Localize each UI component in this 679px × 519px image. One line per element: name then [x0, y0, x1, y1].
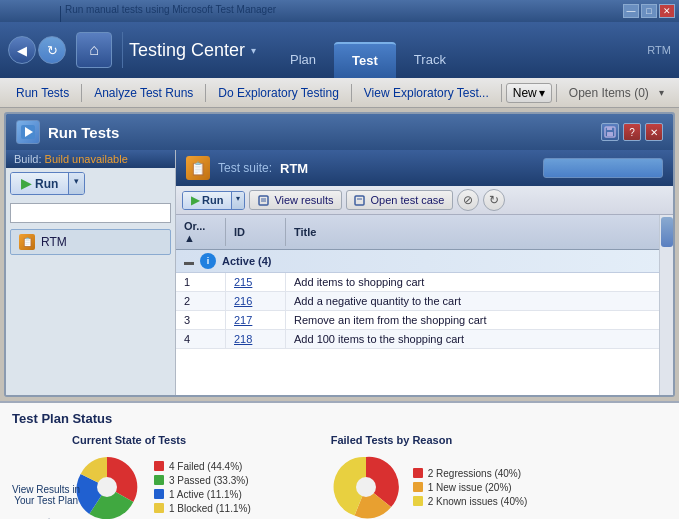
table-header: Or... ▲ ID Title [176, 215, 673, 250]
open-test-icon [354, 193, 368, 207]
maximize-btn[interactable]: □ [641, 4, 657, 18]
panel-icon [16, 120, 40, 144]
exploratory-btn[interactable]: Do Exploratory Testing [210, 83, 347, 103]
svg-rect-3 [607, 132, 613, 136]
suite-header: 📋 Test suite: RTM [176, 150, 673, 186]
failed-reason-pie [331, 452, 401, 519]
run-main-btn[interactable]: ▶ Run [11, 173, 68, 194]
col-id-label: ID [234, 226, 245, 238]
table-row[interactable]: 3 217 Remove an item from the shopping c… [176, 311, 673, 330]
panel-header: Run Tests ? ✕ [6, 114, 673, 150]
new-label: New [513, 86, 537, 100]
analyze-runs-btn[interactable]: Analyze Test Runs [86, 83, 201, 103]
callout-arrow: → [12, 510, 80, 519]
col-order-label: Or... ▲ [184, 220, 217, 244]
open-test-case-btn[interactable]: Open test case [346, 190, 453, 210]
active-group-label: Active (4) [222, 255, 272, 267]
failed-reason-legend: 2 Regressions (40%)1 New issue (20%)2 Kn… [413, 468, 528, 507]
col-id[interactable]: ID [226, 218, 286, 246]
sep1 [81, 84, 82, 102]
suite-search[interactable] [543, 158, 663, 178]
tree-item-rtm[interactable]: 📋 RTM [10, 229, 171, 255]
cell-title: Remove an item from the shopping cart [286, 311, 673, 329]
sep4 [501, 84, 502, 102]
right-content: 📋 Test suite: RTM ▶ Run ▾ [176, 150, 673, 395]
tab-track[interactable]: Track [396, 42, 464, 78]
test-table-rows: 1 215 Add items to shopping cart 2 216 A… [176, 273, 673, 349]
panel-help-icon[interactable]: ? [623, 123, 641, 141]
sub-run-split-btn: ▶ Run ▾ [182, 191, 245, 210]
rtm-label: RTM [647, 44, 671, 56]
sub-run-main-btn[interactable]: ▶ Run [183, 192, 231, 209]
nav-tabs: Plan Test Track [272, 22, 464, 78]
table-row[interactable]: 4 218 Add 100 items to the shopping cart [176, 330, 673, 349]
collapse-icon[interactable]: ▬ [184, 256, 194, 267]
panel-title-text: Run Tests [48, 124, 119, 141]
refresh-btn[interactable]: ↻ [483, 189, 505, 211]
current-state-chart: 4 Failed (44.4%)3 Passed (33.3%)1 Active… [72, 452, 251, 519]
cell-id: 215 [226, 273, 286, 291]
tab-plan[interactable]: Plan [272, 42, 334, 78]
left-sidebar: Build: Build unavailable ▶ Run ▾ [6, 150, 176, 395]
app-dropdown-arrow[interactable]: ▾ [251, 45, 256, 56]
tab-test[interactable]: Test [334, 42, 396, 78]
legend-item: 2 Known issues (40%) [413, 496, 528, 507]
test-table-container: Or... ▲ ID Title ▬ [176, 215, 673, 395]
cell-order: 3 [176, 311, 226, 329]
sub-toolbar: ▶ Run ▾ View results [176, 186, 673, 215]
legend-item: 4 Failed (44.4%) [154, 461, 251, 472]
sub-run-label: Run [202, 194, 223, 206]
panel-save-icon[interactable] [601, 123, 619, 141]
tree-item-label: RTM [41, 235, 67, 249]
open-items[interactable]: Open Items (0) [561, 83, 657, 103]
table-row[interactable]: 1 215 Add items to shopping cart [176, 273, 673, 292]
back-btn[interactable]: ◀ [8, 36, 36, 64]
cell-order: 2 [176, 292, 226, 310]
view-exploratory-btn[interactable]: View Exploratory Test... [356, 83, 497, 103]
run-tests-panel: Run Tests ? ✕ Build: Build unavailable [4, 112, 675, 397]
run-tests-btn[interactable]: Run Tests [8, 83, 77, 103]
view-results-icon [257, 193, 271, 207]
svg-point-10 [97, 477, 117, 497]
cell-title: Add 100 items to the shopping cart [286, 330, 673, 348]
new-btn[interactable]: New ▾ [506, 83, 552, 103]
view-results-label: View results [274, 194, 333, 206]
open-items-arrow[interactable]: ▾ [659, 87, 664, 98]
current-state-label: Current State of Tests [72, 434, 251, 446]
filter-input[interactable] [10, 203, 171, 223]
legend-item: 2 Regressions (40%) [413, 468, 528, 479]
sep3 [351, 84, 352, 102]
view-results-btn[interactable]: View results [249, 190, 341, 210]
cell-id: 216 [226, 292, 286, 310]
suite-icon: 📋 [186, 156, 210, 180]
legend-item: 1 Blocked (11.1%) [154, 503, 251, 514]
new-arrow-icon: ▾ [539, 86, 545, 100]
active-header: ▬ i Active (4) [176, 250, 673, 272]
sub-run-dropdown[interactable]: ▾ [231, 192, 244, 209]
panel-close-icon[interactable]: ✕ [645, 123, 663, 141]
callout-top-text: Run manual tests using Microsoft Test Ma… [65, 4, 276, 15]
failed-reason-section: Failed Tests by Reason [331, 434, 528, 519]
minimize-btn[interactable]: — [623, 4, 639, 18]
stop-btn[interactable]: ⊘ [457, 189, 479, 211]
table-row[interactable]: 2 216 Add a negative quantity to the car… [176, 292, 673, 311]
cell-id: 217 [226, 311, 286, 329]
panel-title: Run Tests [16, 120, 119, 144]
panel-body: Build: Build unavailable ▶ Run ▾ [6, 150, 673, 395]
home-btn[interactable]: ⌂ [76, 32, 112, 68]
sep5 [556, 84, 557, 102]
tree-item-icon: 📋 [19, 234, 35, 250]
active-icon: i [200, 253, 216, 269]
col-title[interactable]: Title [286, 218, 673, 246]
cell-title: Add items to shopping cart [286, 273, 673, 291]
scrollbar-thumb[interactable] [661, 217, 673, 247]
forward-btn[interactable]: ↻ [38, 36, 66, 64]
close-btn[interactable]: ✕ [659, 4, 675, 18]
legend-item: 3 Passed (33.3%) [154, 475, 251, 486]
callout-line1: View Results in [12, 484, 80, 495]
callout-line2: Your Test Plan [12, 495, 80, 506]
table-scrollbar[interactable] [659, 215, 673, 395]
col-order[interactable]: Or... ▲ [176, 218, 226, 246]
run-dropdown-btn[interactable]: ▾ [68, 173, 84, 194]
svg-rect-8 [355, 196, 364, 205]
